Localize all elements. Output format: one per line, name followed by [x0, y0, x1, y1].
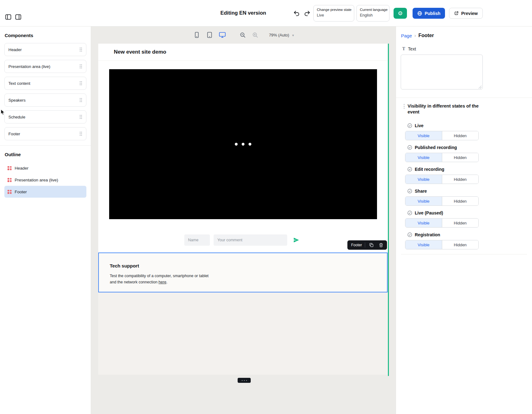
component-card-schedule[interactable]: Schedule [4, 110, 86, 123]
external-link-icon [454, 11, 459, 16]
video-player[interactable] [109, 69, 377, 219]
hidden-option[interactable]: Hidden [442, 197, 479, 205]
footer-section-selected[interactable]: Tech support Test the compatibility of a… [98, 253, 388, 292]
duplicate-icon[interactable] [368, 242, 375, 248]
footer-text-input[interactable] [401, 55, 483, 89]
component-grid-icon [7, 166, 12, 170]
component-card-label: Presentation area (live) [8, 64, 50, 69]
check-circle-icon [407, 145, 412, 150]
visible-option[interactable]: Visible [405, 219, 442, 227]
section-drag-handle-icon[interactable] [404, 103, 405, 109]
preview-button[interactable]: Preview [449, 8, 483, 19]
outline-item-footer[interactable]: Footer [4, 186, 86, 198]
component-card-text-content[interactable]: Text content [4, 77, 86, 90]
drag-handle-icon[interactable] [79, 131, 82, 136]
component-card-label: Schedule [8, 115, 25, 119]
drag-handle-icon[interactable] [79, 47, 82, 52]
hidden-option[interactable]: Hidden [442, 153, 479, 162]
language-label: Current language [360, 8, 386, 12]
component-card-label: Footer [8, 132, 20, 136]
globe-icon [417, 11, 422, 16]
redo-icon[interactable] [303, 9, 311, 17]
publish-button[interactable]: Publish [413, 8, 445, 19]
undo-icon[interactable] [293, 9, 301, 17]
zoom-level-value: 79% (Auto) [269, 33, 289, 37]
component-card-label: Header [8, 47, 22, 52]
topbar: Editing EN version Change preview state … [0, 0, 532, 26]
visible-option[interactable]: Visible [405, 197, 442, 205]
canvas-toolbar: 79% (Auto) ▾ [91, 31, 396, 39]
hidden-option[interactable]: Hidden [442, 240, 479, 249]
toggle-right-panel-icon[interactable] [15, 13, 22, 20]
tech-check-link[interactable]: here [158, 280, 166, 284]
divider [365, 243, 365, 248]
outline-item-presentation-area[interactable]: Presentation area (live) [4, 174, 86, 186]
drag-handle-icon[interactable] [79, 114, 82, 119]
component-card-speakers[interactable]: Speakers [4, 94, 86, 107]
component-card-label: Speakers [8, 98, 26, 103]
toggle-left-panel-icon[interactable] [5, 13, 12, 20]
component-card-header[interactable]: Header [4, 43, 86, 56]
left-panel: Components Header Presentation area (liv… [0, 26, 91, 414]
outline-item-header[interactable]: Header [4, 162, 86, 174]
state-label: Live [415, 123, 423, 128]
check-circle-icon [407, 189, 412, 194]
device-mobile-icon[interactable] [193, 31, 201, 39]
loading-dot [249, 143, 251, 146]
device-desktop-icon[interactable] [218, 31, 226, 39]
device-tablet-icon[interactable] [206, 31, 214, 39]
breadcrumb-page-link[interactable]: Page [401, 33, 412, 38]
zoom-level-select[interactable]: 79% (Auto) ▾ [269, 33, 294, 37]
check-circle-icon [407, 167, 412, 172]
visible-option[interactable]: Visible [405, 131, 442, 140]
footer-text-line2-prefix: and the network connection [110, 280, 158, 284]
chevron-down-icon: ▾ [292, 33, 294, 37]
publish-button-label: Publish [425, 11, 441, 16]
drag-handle-icon[interactable] [79, 98, 82, 103]
comment-name-input[interactable] [184, 234, 210, 246]
visibility-row-live-paused: Live (Paused) Visible Hidden [405, 210, 527, 228]
component-grid-icon [7, 178, 12, 182]
visibility-row-share: Share Visible Hidden [405, 189, 527, 206]
visibility-row-registration: Registration Visible Hidden [405, 232, 527, 249]
hidden-option[interactable]: Hidden [442, 219, 479, 227]
comment-text-input[interactable] [214, 234, 287, 246]
hidden-option[interactable]: Hidden [442, 131, 479, 140]
paper-plane-icon [293, 237, 299, 243]
divider [401, 254, 527, 254]
breadcrumb: Page › Footer [396, 26, 532, 38]
footer-heading: Tech support [110, 263, 375, 268]
settings-button[interactable]: ⚙ [394, 8, 407, 19]
visibility-toggle: Visible Hidden [405, 131, 479, 140]
page-resize-handle[interactable] [238, 378, 251, 383]
component-card-presentation-area[interactable]: Presentation area (live) [4, 60, 86, 73]
site-header: New event site demo [98, 44, 388, 61]
visibility-row-published-recording: Published recording Visible Hidden [405, 145, 527, 162]
check-circle-icon [407, 123, 412, 128]
visible-option[interactable]: Visible [405, 175, 442, 184]
panel-toggles [5, 13, 22, 20]
language-select[interactable]: Current language English [356, 5, 389, 22]
state-label: Registration [415, 232, 440, 237]
drag-handle-icon[interactable] [79, 81, 82, 86]
visible-option[interactable]: Visible [405, 240, 442, 249]
drag-handle-icon[interactable] [79, 64, 82, 69]
visibility-section-title: Visibility in different states of the ev… [408, 103, 486, 115]
visibility-toggle: Visible Hidden [405, 240, 479, 249]
text-icon: T [402, 46, 405, 51]
send-comment-button[interactable] [291, 235, 302, 245]
inspector-panel: Page › Footer T Text Visibility in diffe… [396, 26, 532, 414]
check-circle-icon [407, 210, 412, 215]
visibility-toggle: Visible Hidden [405, 153, 479, 162]
state-label: Live (Paused) [415, 210, 443, 215]
preview-state-select[interactable]: Change preview state Live [313, 5, 354, 22]
zoom-out-icon[interactable] [239, 31, 247, 39]
outline-item-label: Footer [15, 190, 27, 194]
component-card-footer[interactable]: Footer [4, 127, 86, 140]
visible-option[interactable]: Visible [405, 153, 442, 162]
trash-icon[interactable] [378, 242, 384, 248]
check-circle-icon [407, 232, 412, 237]
hidden-option[interactable]: Hidden [442, 175, 479, 184]
zoom-in-icon[interactable] [251, 31, 259, 39]
visibility-toggle: Visible Hidden [405, 175, 479, 184]
